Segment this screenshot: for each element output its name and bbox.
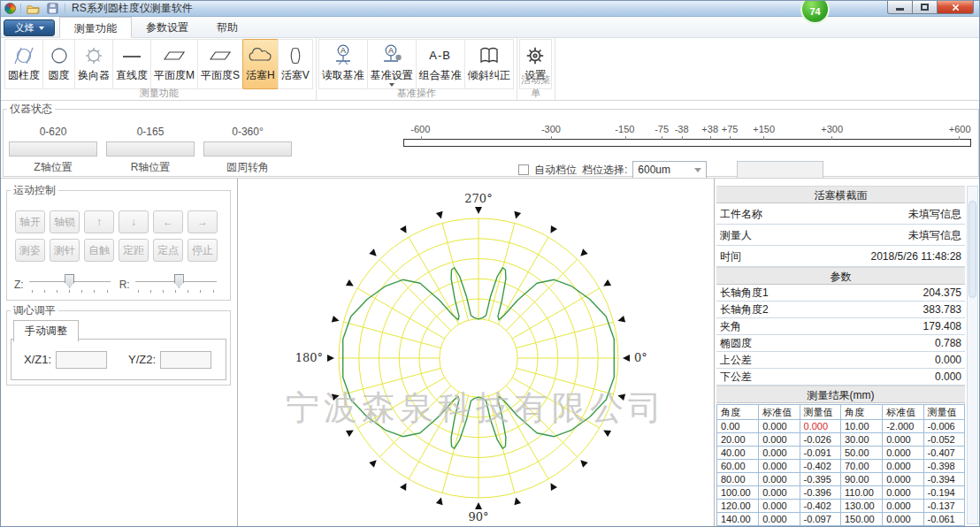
r-axis-position-bar xyxy=(106,141,195,157)
table-cell: 0.000 xyxy=(883,460,923,473)
app-logo-icon[interactable] xyxy=(4,3,16,14)
table-cell: -0.402 xyxy=(800,500,840,513)
settings-gear-icon xyxy=(524,42,547,69)
axis-lock-button[interactable]: 轴锁 xyxy=(50,210,80,233)
rotation-angle-range: 0-360° xyxy=(203,126,292,140)
table-cell: 30.00 xyxy=(840,433,882,447)
save-icon[interactable] xyxy=(45,2,60,15)
piston-v-button[interactable]: 活塞V xyxy=(278,39,313,89)
report-row-label: 长轴角度2 xyxy=(720,302,769,318)
flatness-m-label: 平面度M xyxy=(154,69,195,81)
table-cell: 130.00 xyxy=(840,500,882,513)
x-z1-input[interactable] xyxy=(56,351,107,369)
ribbon-tabs: 测量功能参数设置帮助 xyxy=(59,17,252,38)
range-ruler-area: -600-300-150-75-38+38+75+150+300+600 自动档… xyxy=(403,124,971,182)
axis-gauges: 0-620Z轴位置0-165R轴位置0-360°圆周转角 xyxy=(9,126,292,175)
table-cell: 50.00 xyxy=(840,447,882,460)
app-menu-label: 义烽 xyxy=(15,21,34,34)
tilt-correction-button[interactable]: 倾斜纠正 xyxy=(464,39,514,89)
maximize-button[interactable] xyxy=(912,1,938,14)
move-right-button[interactable]: → xyxy=(188,210,218,233)
app-menu-button[interactable]: 义烽 xyxy=(4,19,55,36)
move-left-button[interactable]: ← xyxy=(153,210,183,233)
vertical-scrollbar[interactable] xyxy=(967,186,978,524)
probe-button[interactable]: 测针 xyxy=(50,239,80,262)
application-window: RS系列圆柱度仪测量软件 74 义烽 测量功能参数设置帮助 圆柱度圆度换向器直线… xyxy=(0,0,980,527)
table-cell: -2.000 xyxy=(883,420,923,433)
report-row: 工件名称未填写信息 xyxy=(716,203,965,225)
table-cell: 10.00 xyxy=(840,420,882,433)
table-row: 40.000.000-0.09150.000.000-0.407 xyxy=(717,447,965,460)
results-column-header: 角度 xyxy=(840,405,882,420)
polar-plot-panel: 270°90°180°0° 宁波森泉科技有限公司 xyxy=(238,179,714,526)
table-cell: 110.00 xyxy=(840,486,882,500)
table-cell: -0.398 xyxy=(923,460,964,473)
roundness-button[interactable]: 圆度 xyxy=(42,39,75,89)
results-column-header: 测量值 xyxy=(923,405,964,420)
table-cell: 40.00 xyxy=(717,447,759,460)
auto-gear-checkbox[interactable] xyxy=(518,164,529,175)
axis-open-button[interactable]: 轴开 xyxy=(15,210,45,233)
read-datum-button[interactable]: A读取基准 xyxy=(318,39,368,89)
svg-text:0°: 0° xyxy=(634,351,647,364)
manual-adjust-panel: X/Z1: Y/Z2: xyxy=(11,339,226,380)
datum-settings-button[interactable]: A基准设置 xyxy=(367,39,417,89)
minimize-button[interactable] xyxy=(887,1,913,14)
piston-h-button[interactable]: 活塞H xyxy=(242,39,279,89)
table-cell: -0.194 xyxy=(923,486,964,500)
slider-thumb[interactable] xyxy=(65,274,74,288)
report-row-label: 时间 xyxy=(720,246,741,267)
close-button[interactable] xyxy=(937,1,974,14)
ribbon-group: 圆柱度圆度换向器直线度平面度M平面度S活塞H活塞V测量功能 xyxy=(3,38,317,100)
ruler-tick-mark xyxy=(625,136,626,140)
commutator-button[interactable]: 换向器 xyxy=(74,39,113,89)
gear-select[interactable]: 600um xyxy=(632,161,707,179)
ruler-tick-label: +75 xyxy=(722,124,739,134)
motion-buttons-row-1: 轴开轴锁↑↓←→ xyxy=(15,210,218,233)
auto-touch-button[interactable]: 自触 xyxy=(84,239,114,262)
move-down-button[interactable]: ↓ xyxy=(119,210,149,233)
ribbon-group: 设置活动菜单 xyxy=(517,38,555,100)
slider-thumb[interactable] xyxy=(174,274,184,288)
measure-pose-button[interactable]: 测姿 xyxy=(15,239,45,262)
ruler-tick-label: -300 xyxy=(541,124,561,134)
tab-parameter-settings[interactable]: 参数设置 xyxy=(132,17,203,38)
table-row: 100.000.000-0.396110.000.000-0.194 xyxy=(717,486,965,500)
range-ruler-bar xyxy=(403,139,971,147)
tab-measure-functions[interactable]: 测量功能 xyxy=(59,17,132,38)
table-cell: 0.000 xyxy=(759,420,800,433)
scrollbar-thumb[interactable] xyxy=(969,201,976,298)
svg-text:A: A xyxy=(388,46,394,55)
report-row: 长轴角度2383.783 xyxy=(716,302,965,318)
report-row-value: 383.783 xyxy=(923,302,961,318)
table-row: 140.000.000-0.097150.000.000-0.061 xyxy=(717,513,965,526)
stop-button[interactable]: 停止 xyxy=(188,239,218,262)
table-cell: 90.00 xyxy=(840,473,882,486)
commutator-icon xyxy=(83,42,104,69)
z-axis-slider[interactable] xyxy=(29,272,111,297)
tab-manual-adjust[interactable]: 手动调整 xyxy=(13,320,79,342)
fixed-point-button[interactable]: 定点 xyxy=(153,239,183,262)
commutator-label: 换向器 xyxy=(78,69,110,81)
ribbon-group-label: 基准操作 xyxy=(317,87,517,100)
open-file-icon[interactable] xyxy=(26,2,41,15)
report-row-label: 上公差 xyxy=(720,352,752,369)
table-cell: 120.00 xyxy=(717,500,759,513)
straightness-button[interactable]: 直线度 xyxy=(112,39,151,89)
ruler-tick-mark xyxy=(682,136,683,140)
table-cell: 150.00 xyxy=(840,513,882,526)
r-axis-slider[interactable] xyxy=(135,272,217,297)
ruler-tick-label: -75 xyxy=(655,124,669,134)
flatness-m-button[interactable]: 平面度M xyxy=(150,39,198,89)
tab-help[interactable]: 帮助 xyxy=(203,17,252,38)
flatness-s-button[interactable]: 平面度S xyxy=(197,39,243,89)
combined-datum-button[interactable]: A-B组合基准 xyxy=(416,39,465,89)
divider xyxy=(20,4,21,13)
straightness-icon xyxy=(121,42,142,69)
y-z2-input[interactable] xyxy=(160,351,211,369)
motion-buttons-row-2: 测姿测针自触定距定点停止 xyxy=(15,239,218,262)
ruler-tick-mark xyxy=(662,136,662,140)
fixed-distance-button[interactable]: 定距 xyxy=(119,239,149,262)
cylindricity-button[interactable]: 圆柱度 xyxy=(4,39,43,89)
move-up-button[interactable]: ↑ xyxy=(84,210,114,233)
